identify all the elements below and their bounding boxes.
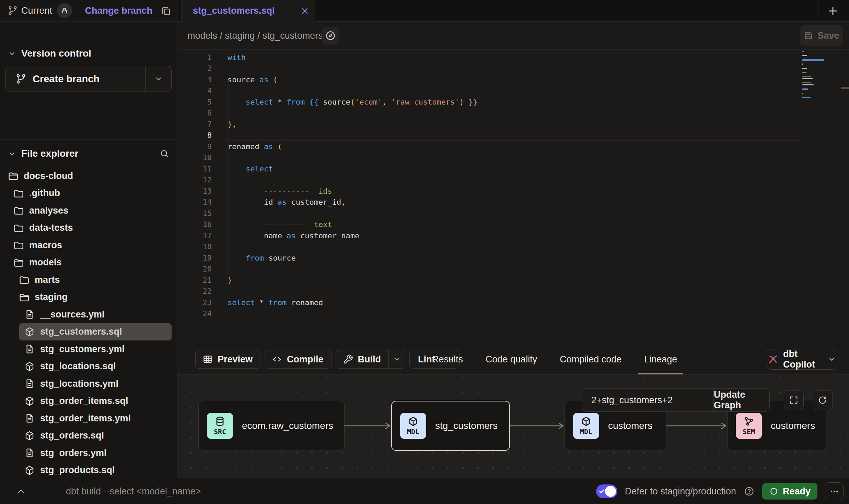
tree-item-stg-orders-yml[interactable]: stg_orders.yml [0, 444, 177, 462]
search-icon[interactable] [159, 148, 170, 159]
code-line-19[interactable]: 19 from source [177, 252, 849, 264]
build-button[interactable]: Build [336, 350, 406, 369]
file-explorer-section-header[interactable]: File explorer [8, 148, 170, 159]
create-branch-main[interactable]: Create branch [6, 66, 145, 92]
save-button[interactable]: Save [800, 25, 843, 46]
file-icon [24, 309, 35, 320]
code-line-2[interactable]: 2 [177, 63, 849, 74]
refresh-button[interactable] [813, 390, 833, 410]
tree-item--sources-yml[interactable]: __sources.yml [0, 306, 177, 323]
code-line-11[interactable]: 11 select [177, 163, 849, 175]
code-line-18[interactable]: 18 [177, 241, 849, 253]
line-number: 13 [177, 187, 212, 195]
line-number: 21 [177, 276, 212, 285]
dbt-cloud-ide: Current Change branch Version control Cr… [0, 0, 849, 504]
code-line-22[interactable]: 22 [177, 286, 849, 297]
tree-item-stg-products-sql[interactable]: stg_products.sql [0, 462, 177, 478]
line-number: 16 [177, 220, 212, 229]
lineage-node-stg-customers[interactable]: MDLstg_customers [391, 401, 510, 451]
create-branch-dropdown[interactable] [145, 66, 171, 92]
close-icon[interactable] [300, 6, 310, 16]
tree-item-macros[interactable]: macros [0, 237, 177, 254]
preview-button[interactable]: Preview [195, 350, 260, 369]
code-line-9[interactable]: 9renamed as ( [177, 141, 849, 152]
save-icon [804, 31, 813, 40]
line-number: 9 [177, 142, 212, 151]
dbt-copilot-button[interactable]: dbt Copilot [767, 349, 836, 370]
tree-item-stg-locations-sql[interactable]: stg_locations.sql [0, 358, 177, 375]
chevron-up-icon[interactable] [16, 486, 26, 496]
code-line-6[interactable]: 6 [177, 108, 849, 119]
minimap-line [802, 63, 803, 64]
tree-item-stg-locations-yml[interactable]: stg_locations.yml [0, 375, 177, 393]
lineage-filter-input[interactable] [582, 395, 713, 406]
tree-item-stg-orders-sql[interactable]: stg_orders.sql [0, 427, 177, 445]
code-line-23[interactable]: 23select * from renamed [177, 297, 849, 308]
code-text: source as ( [212, 75, 278, 84]
tree-item-label: stg_locations.sql [40, 361, 116, 372]
new-tab-plus-icon[interactable] [826, 4, 840, 18]
code-line-5[interactable]: 5 select * from {{ source('ecom', 'raw_c… [177, 96, 849, 108]
command-input[interactable] [65, 478, 443, 504]
tab-compiled-code[interactable]: Compiled code [560, 344, 621, 374]
tab-lineage[interactable]: Lineage [644, 344, 677, 374]
tree-item-label: stg_order_items.yml [40, 413, 131, 424]
change-branch-link[interactable]: Change branch [85, 5, 152, 16]
badge-label: MDL [407, 428, 419, 436]
tree-item-staging[interactable]: staging [0, 289, 177, 306]
tree-item-label: marts [35, 275, 60, 285]
minimap-line [802, 84, 814, 85]
tree-item-marts[interactable]: marts [0, 271, 177, 289]
code-text: select * from {{ source('ecom', 'raw_cus… [212, 98, 478, 106]
create-branch-label: Create branch [33, 73, 100, 85]
code-line-15[interactable]: 15 [177, 208, 849, 219]
compile-button[interactable]: Compile [265, 350, 332, 369]
line-number: 12 [177, 176, 212, 184]
help-icon[interactable] [744, 486, 755, 497]
code-line-16[interactable]: 16 ---------- text [177, 219, 849, 230]
divider [47, 478, 47, 504]
tree-item--github[interactable]: .github [0, 185, 177, 202]
tree-item-stg-order-items-sql[interactable]: stg_order_items.sql [0, 393, 177, 410]
build-dropdown[interactable] [388, 350, 405, 368]
status-badge[interactable]: Ready [762, 483, 817, 500]
tree-item-stg-customers-yml[interactable]: stg_customers.yml [0, 340, 177, 358]
mdl-badge: MDL [400, 413, 426, 439]
minimap[interactable] [802, 51, 833, 101]
tab-results[interactable]: Results [432, 344, 463, 374]
more-options-button[interactable] [825, 482, 844, 500]
tree-item-docs-cloud[interactable]: docs-cloud [0, 167, 177, 185]
code-line-21[interactable]: 21) [177, 275, 849, 286]
refresh-icon [817, 395, 828, 405]
code-line-14[interactable]: 14 id as customer_id, [177, 197, 849, 208]
tree-item-stg-order-items-yml[interactable]: stg_order_items.yml [0, 410, 177, 427]
tab-stg-customers-sql[interactable]: stg_customers.sql [181, 0, 315, 22]
version-control-section-header[interactable]: Version control [8, 48, 91, 59]
tree-item-stg-customers-sql[interactable]: stg_customers.sql [19, 323, 172, 341]
code-line-8[interactable]: 8 [177, 130, 849, 141]
code-line-3[interactable]: 3source as ( [177, 74, 849, 85]
defer-toggle[interactable] [596, 484, 617, 498]
code-line-7[interactable]: 7), [177, 119, 849, 130]
scrollbar-thumb[interactable] [841, 87, 849, 89]
fullscreen-button[interactable] [784, 390, 804, 410]
code-line-10[interactable]: 10 [177, 152, 849, 164]
tree-item-analyses[interactable]: analyses [0, 202, 177, 219]
code-line-17[interactable]: 17 name as customer_name [177, 230, 849, 241]
code-line-4[interactable]: 4 [177, 85, 849, 97]
code-line-12[interactable]: 12 [177, 175, 849, 186]
tree-item-data-tests[interactable]: data-tests [0, 219, 177, 237]
folder-icon [13, 205, 24, 216]
code-line-13[interactable]: 13 ---------- ids [177, 185, 849, 197]
code-line-1[interactable]: 1with [177, 52, 849, 63]
update-graph-button[interactable]: Update Graph [713, 389, 769, 411]
lineage-node-ecom-raw-customers[interactable]: SRCecom.raw_customers [198, 401, 345, 451]
lineage-compass-button[interactable] [322, 27, 339, 45]
code-line-20[interactable]: 20 [177, 264, 849, 275]
tab-code-quality[interactable]: Code quality [486, 344, 537, 374]
code-editor[interactable]: 1with23source as (45 select * from {{ so… [177, 50, 849, 344]
copy-icon[interactable] [161, 5, 172, 16]
tree-item-models[interactable]: models [0, 254, 177, 272]
code-line-24[interactable]: 24 [177, 308, 849, 320]
scrollbar-track [841, 50, 841, 344]
